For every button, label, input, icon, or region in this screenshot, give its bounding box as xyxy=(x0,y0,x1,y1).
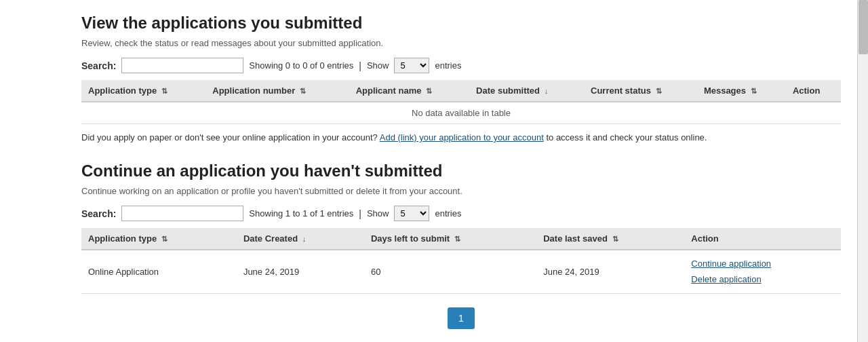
section1-tbody: No data available in table xyxy=(81,102,841,124)
col2-date-created-label: Date Created xyxy=(243,233,298,244)
col2-date-last-saved[interactable]: Date last saved ⇅ xyxy=(536,228,684,250)
col-app-type-sort-icon: ⇅ xyxy=(161,87,167,96)
col-app-type[interactable]: Application type ⇅ xyxy=(81,80,205,102)
col2-days-left-sort-icon: ⇅ xyxy=(454,235,460,244)
section1-thead: Application type ⇅ Application number ⇅ … xyxy=(81,80,841,102)
col-date-submitted-label: Date submitted xyxy=(476,86,540,96)
col2-date-created-sort-icon: ↓ xyxy=(302,235,307,243)
col2-app-type-sort-icon: ⇅ xyxy=(161,235,167,244)
col-messages-label: Messages xyxy=(704,86,746,96)
section2-entries-suffix: entries xyxy=(435,208,461,218)
col-applicant-name[interactable]: Applicant name ⇅ xyxy=(349,80,469,102)
section1-info-prefix: Did you apply on paper or don't see your… xyxy=(81,132,378,142)
col-app-type-label: Application type xyxy=(88,86,157,96)
col-action-label: Action xyxy=(793,86,820,96)
col-app-number-label: Application number xyxy=(212,86,295,96)
section1-entries-text: Showing 0 to 0 of 0 entries xyxy=(249,60,353,71)
col2-days-left-label: Days left to submit xyxy=(371,233,450,244)
pagination-container: 1 xyxy=(81,307,841,329)
row1-actions: Continue application Delete application xyxy=(684,250,841,293)
row1-days-left: 60 xyxy=(364,250,536,293)
section1-pipe: | xyxy=(359,60,361,71)
col-app-number-sort-icon: ⇅ xyxy=(300,87,306,96)
section2-search-row: Search: Showing 1 to 1 of 1 entries | Sh… xyxy=(81,206,841,221)
col2-date-last-saved-sort-icon: ⇅ xyxy=(612,235,618,244)
section2-title: Continue an application you haven't subm… xyxy=(81,162,841,180)
scrollbar-thumb[interactable] xyxy=(859,0,868,54)
section1-info-link[interactable]: Add (link) your application to your acco… xyxy=(380,132,544,142)
section1-show-label: Show xyxy=(367,60,389,71)
col-current-status[interactable]: Current status ⇅ xyxy=(584,80,697,102)
section1-no-data-row: No data available in table xyxy=(81,102,841,124)
col2-action-label: Action xyxy=(691,233,718,244)
page-1-button[interactable]: 1 xyxy=(448,307,475,329)
col2-app-type[interactable]: Application type ⇅ xyxy=(81,228,237,250)
section2-table: Application type ⇅ Date Created ↓ Days l… xyxy=(81,228,841,294)
table-row: Online Application June 24, 2019 60 June… xyxy=(81,250,841,293)
section2-subtitle: Continue working on an application or pr… xyxy=(81,186,841,196)
section1-search-input[interactable] xyxy=(121,58,243,73)
section1-search-row: Search: Showing 0 to 0 of 0 entries | Sh… xyxy=(81,58,841,73)
col-current-status-label: Current status xyxy=(591,86,651,96)
col-messages[interactable]: Messages ⇅ xyxy=(697,80,786,102)
continue-application-link[interactable]: Continue application xyxy=(691,256,834,271)
section2-search-label: Search: xyxy=(81,208,116,219)
section1-header-row: Application type ⇅ Application number ⇅ … xyxy=(81,80,841,102)
section2-entries-text: Showing 1 to 1 of 1 entries xyxy=(249,208,353,218)
section2-show-select[interactable]: 5 10 25 50 100 xyxy=(394,206,429,221)
section1-search-label: Search: xyxy=(81,60,116,71)
scrollbar-track[interactable] xyxy=(857,0,868,342)
section1-info-line: Did you apply on paper or don't see your… xyxy=(81,132,841,142)
section2-header-row: Application type ⇅ Date Created ↓ Days l… xyxy=(81,228,841,250)
section1-subtitle: Review, check the status or read message… xyxy=(81,38,841,48)
col2-app-type-label: Application type xyxy=(88,233,157,244)
section2-thead: Application type ⇅ Date Created ↓ Days l… xyxy=(81,228,841,250)
col2-action: Action xyxy=(684,228,841,250)
col-date-submitted[interactable]: Date submitted ↓ xyxy=(469,80,584,102)
section1-info-suffix: to access it and check your status onlin… xyxy=(546,132,707,142)
col-date-submitted-sort-icon: ↓ xyxy=(545,87,549,95)
col-applicant-name-sort-icon: ⇅ xyxy=(426,87,432,96)
col-messages-sort-icon: ⇅ xyxy=(751,87,757,96)
section1-table: Application type ⇅ Application number ⇅ … xyxy=(81,80,841,124)
row1-date-last-saved: June 24, 2019 xyxy=(536,250,684,293)
section1-no-data-cell: No data available in table xyxy=(81,102,841,124)
section1-show-select[interactable]: 5 10 25 50 100 xyxy=(394,58,429,73)
delete-application-link[interactable]: Delete application xyxy=(691,271,834,287)
col-current-status-sort-icon: ⇅ xyxy=(656,87,662,96)
section2-pipe: | xyxy=(359,208,361,219)
col2-days-left[interactable]: Days left to submit ⇅ xyxy=(364,228,536,250)
row1-date-created: June 24, 2019 xyxy=(237,250,364,293)
section2-tbody: Online Application June 24, 2019 60 June… xyxy=(81,250,841,293)
col2-date-created[interactable]: Date Created ↓ xyxy=(237,228,364,250)
section2-container: Continue an application you haven't subm… xyxy=(81,162,841,294)
row1-app-type: Online Application xyxy=(81,250,237,293)
col-app-number[interactable]: Application number ⇅ xyxy=(205,80,349,102)
section1-title: View the applications you submitted xyxy=(81,14,841,33)
col-action: Action xyxy=(786,80,841,102)
col2-date-last-saved-label: Date last saved xyxy=(543,233,608,244)
section2-show-label: Show xyxy=(367,208,389,218)
section2-search-input[interactable] xyxy=(121,206,243,221)
section1-entries-suffix: entries xyxy=(435,60,461,71)
col-applicant-name-label: Applicant name xyxy=(356,86,422,96)
